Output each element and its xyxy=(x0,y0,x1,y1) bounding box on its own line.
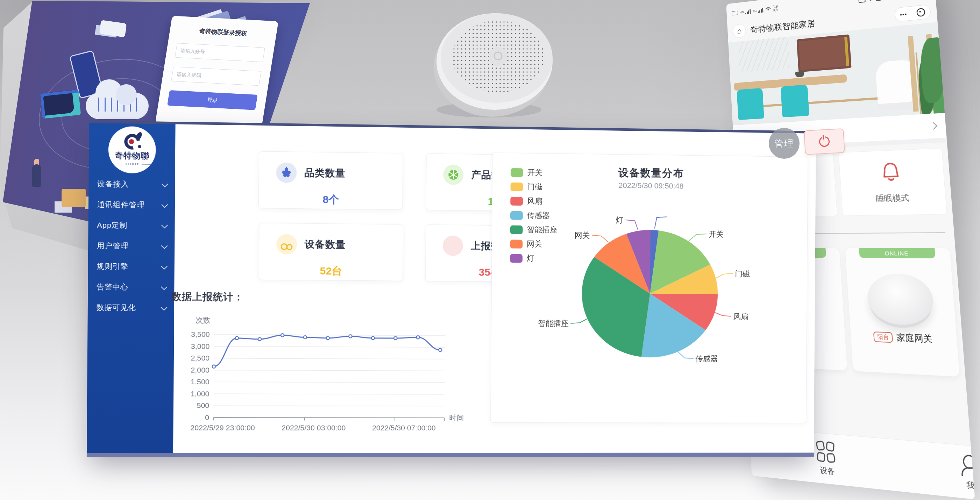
chevron-down-icon xyxy=(161,263,167,270)
legend-item[interactable]: 开关 xyxy=(511,167,558,178)
mode-card[interactable]: 睡眠模式 xyxy=(838,148,947,216)
svg-text:次数: 次数 xyxy=(196,316,210,324)
legend-label: 开关 xyxy=(527,167,542,178)
rabbit-logo-icon xyxy=(124,134,140,150)
stat-card-value: 8个 xyxy=(259,192,402,208)
chevron-down-icon xyxy=(162,181,168,187)
grapes-icon xyxy=(276,162,297,183)
marketing-scene: 奇特物联登录授权 登录 4G xyxy=(0,0,980,500)
vibrate-icon xyxy=(875,0,881,1)
password-input[interactable] xyxy=(171,67,261,86)
pie-legend: 开关门磁风扇传感器智能插座网关灯 xyxy=(510,167,558,263)
legend-label: 风扇 xyxy=(527,196,542,206)
sidebar-item[interactable]: 通讯组件管理 xyxy=(89,194,175,216)
account-input[interactable] xyxy=(175,43,265,62)
stat-cards: 品类数量8个产品数量13个设备数量52台上报数据量35440条 xyxy=(176,124,816,133)
stat-card-title: 品类数量 xyxy=(305,166,346,180)
svg-text:3,000: 3,000 xyxy=(191,342,210,350)
pie-slice-label: 传感器 xyxy=(695,354,718,364)
pie-slice-label: 开关 xyxy=(709,229,724,240)
login-title: 奇特物联登录授权 xyxy=(178,26,267,38)
login-button[interactable]: 登录 xyxy=(167,90,258,110)
chevron-right-icon xyxy=(930,122,937,130)
device-name-row: 阳台家庭网关 xyxy=(873,331,933,346)
tab-item-devices[interactable]: 设备 xyxy=(816,441,837,477)
svg-text:1,000: 1,000 xyxy=(191,389,210,398)
net-speed-unit: K/s xyxy=(773,8,778,13)
signal-bars-icon xyxy=(745,9,751,15)
svg-text:0: 0 xyxy=(205,413,209,421)
line-chart: 05001,0001,5002,0002,5003,0003,5002022/5… xyxy=(180,308,468,432)
svg-text:2,000: 2,000 xyxy=(191,366,210,374)
dashboard-main: 品类数量8个产品数量13个设备数量52台上报数据量35440条 数据上报统计： … xyxy=(173,124,816,453)
circuit-pins-icon xyxy=(98,98,137,111)
sidebar-item[interactable]: 告警中心 xyxy=(88,276,174,298)
bell-icon xyxy=(878,161,904,186)
chevron-down-icon xyxy=(161,201,168,208)
tab-label: 设备 xyxy=(820,465,835,476)
svg-text:2022/5/30 03:00:00: 2022/5/30 03:00:00 xyxy=(282,424,345,432)
dashboard-window: 奇特物聯 IOTKIT 设备接入通讯组件管理App定制用户管理规则引擎告警中心数… xyxy=(87,121,816,457)
pie-slice-label: 网关 xyxy=(574,230,590,241)
device-card[interactable]: ONLINE阳台家庭网关 xyxy=(845,248,960,376)
legend-item[interactable]: 风扇 xyxy=(510,196,557,206)
legend-swatch-icon xyxy=(511,182,523,191)
svg-text:1,500: 1,500 xyxy=(191,378,210,386)
pie-slice-label: 灯 xyxy=(616,215,624,225)
legend-item[interactable]: 网关 xyxy=(510,238,557,249)
chevron-down-icon xyxy=(161,284,167,290)
power-button[interactable] xyxy=(804,128,845,155)
sidebar-item-label: App定制 xyxy=(97,220,127,230)
network-type-label: 4G xyxy=(752,9,757,13)
nfc-icon xyxy=(858,0,865,3)
manage-button[interactable]: 管理 xyxy=(769,128,800,159)
home-icon[interactable]: ⌂ xyxy=(732,24,746,38)
pear-icon xyxy=(443,236,463,256)
app-title: 奇特物联智能家居 xyxy=(750,17,816,35)
legend-item[interactable]: 传感器 xyxy=(510,210,557,221)
pie-slice-label: 门磁 xyxy=(735,268,750,279)
user-icon xyxy=(958,453,975,476)
sidebar-item[interactable]: App定制 xyxy=(88,215,175,236)
legend-swatch-icon xyxy=(510,240,522,248)
stat-card: 品类数量8个 xyxy=(258,151,403,210)
line-chart-title: 数据上报统计： xyxy=(171,290,244,304)
person-figure-icon xyxy=(32,164,41,187)
tab-item-me[interactable]: 我 xyxy=(958,453,975,492)
legend-swatch-icon xyxy=(510,254,522,263)
device-name: 家庭网关 xyxy=(896,332,933,345)
close-capsule-icon[interactable] xyxy=(916,8,926,17)
sim-battery-icon xyxy=(732,11,738,16)
stat-card-value: 52台 xyxy=(259,263,403,279)
more-menu-icon[interactable]: ••• xyxy=(900,11,907,17)
legend-label: 传感器 xyxy=(527,210,550,221)
sidebar-item[interactable]: 规则引擎 xyxy=(88,256,174,277)
wifi-icon xyxy=(765,7,771,12)
boxes-icon xyxy=(62,189,86,207)
sidebar-item-label: 通讯组件管理 xyxy=(97,200,145,210)
legend-item[interactable]: 灯 xyxy=(510,253,557,263)
brand-logo: 奇特物聯 IOTKIT xyxy=(108,126,156,174)
ceiling-light-icon xyxy=(738,37,790,73)
stat-card: 设备数量52台 xyxy=(259,223,404,281)
grid-icon xyxy=(816,441,836,463)
camera-icon xyxy=(99,20,127,37)
cup-icon xyxy=(795,71,804,77)
legend-swatch-icon xyxy=(510,225,523,234)
sidebar-item[interactable]: 数据可见化 xyxy=(88,297,174,318)
legend-item[interactable]: 智能插座 xyxy=(510,224,557,235)
power-icon xyxy=(819,136,830,147)
sidebar-item[interactable]: 设备接入 xyxy=(89,173,175,195)
chair-icon xyxy=(737,88,764,120)
sidebar-item[interactable]: 用户管理 xyxy=(88,235,175,257)
pie-chart-card: 设备数量分布 2022/5/30 09:50:48 开关门磁风扇传感器智能插座网… xyxy=(490,152,808,423)
chevron-down-icon xyxy=(161,222,168,228)
shield-icon xyxy=(868,0,873,1)
sidebar-item-label: 设备接入 xyxy=(97,179,129,189)
svg-text:2022/5/29 23:00:00: 2022/5/29 23:00:00 xyxy=(190,424,255,432)
cloud-icon xyxy=(86,93,149,119)
svg-text:500: 500 xyxy=(197,402,209,410)
legend-swatch-icon xyxy=(510,197,523,205)
tab-label: 我 xyxy=(966,479,975,491)
legend-item[interactable]: 门磁 xyxy=(510,181,557,192)
